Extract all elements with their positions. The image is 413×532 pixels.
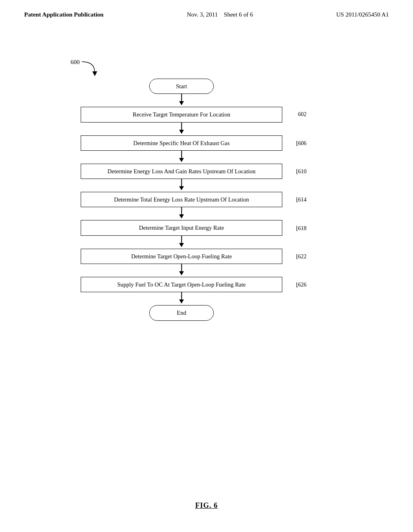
node-622-label: Determine Target Open-Loop Fueling Rate bbox=[131, 252, 232, 260]
ref-610: ⌊610 bbox=[296, 168, 307, 175]
flowchart-main: Start Receive Target Temperature For Loc… bbox=[81, 79, 282, 321]
entry-arrowhead bbox=[92, 71, 97, 76]
ref-614: ⌊614 bbox=[296, 196, 307, 203]
arrow-4-5 bbox=[81, 207, 282, 220]
node-610: Determine Energy Loss And Gain Rates Ups… bbox=[81, 164, 282, 179]
node-626-wrapper: Supply Fuel To OC At Target Open-Loop Fu… bbox=[81, 277, 282, 292]
arrow-2-3 bbox=[81, 151, 282, 164]
node-622-wrapper: Determine Target Open-Loop Fueling Rate … bbox=[81, 249, 282, 264]
node-618: Determine Target Input Energy Rate bbox=[81, 220, 282, 235]
header-publication-label: Patent Application Publication bbox=[24, 11, 104, 18]
node-622: Determine Target Open-Loop Fueling Rate bbox=[81, 249, 282, 264]
figure-label: FIG. 6 bbox=[0, 501, 413, 510]
end-node: End bbox=[149, 305, 214, 320]
node-626: Supply Fuel To OC At Target Open-Loop Fu… bbox=[81, 277, 282, 292]
ref-626: ⌊626 bbox=[296, 281, 307, 288]
node-614-label: Determine Total Energy Loss Rate Upstrea… bbox=[114, 195, 249, 204]
header-date-sheet: Nov. 3, 2011 Sheet 6 of 6 bbox=[187, 11, 253, 18]
arrow-5-6 bbox=[81, 236, 282, 249]
arrow-1-2 bbox=[81, 123, 282, 135]
node-610-label: Determine Energy Loss And Gain Rates Ups… bbox=[108, 167, 256, 175]
header-date: Nov. 3, 2011 bbox=[187, 11, 218, 18]
node-606-wrapper: Determine Specific Heat Of Exhaust Gas ⌊… bbox=[81, 135, 282, 151]
start-node-wrapper: Start bbox=[81, 79, 282, 94]
ref-602: 602 bbox=[298, 111, 307, 118]
end-node-wrapper: End bbox=[81, 305, 282, 320]
node-602-wrapper: Receive Target Temperature For Location … bbox=[81, 107, 282, 122]
arrow-3-4 bbox=[81, 179, 282, 192]
node-606-label: Determine Specific Heat Of Exhaust Gas bbox=[133, 139, 230, 147]
start-label: Start bbox=[176, 82, 187, 90]
arrow-0-1 bbox=[81, 94, 282, 107]
node-606: Determine Specific Heat Of Exhaust Gas bbox=[81, 135, 282, 151]
node-602-label: Receive Target Temperature For Location bbox=[133, 110, 230, 118]
ref-622: ⌊622 bbox=[296, 253, 307, 260]
node-618-label: Determine Target Input Energy Rate bbox=[139, 224, 224, 232]
entry-curve-path bbox=[82, 62, 95, 73]
node-618-wrapper: Determine Target Input Energy Rate ⌊618 bbox=[81, 220, 282, 235]
page-header: Patent Application Publication Nov. 3, 2… bbox=[0, 11, 413, 18]
arrow-7-end bbox=[81, 292, 282, 305]
start-node: Start bbox=[149, 79, 214, 94]
ref-618: ⌊618 bbox=[296, 224, 307, 231]
arrow-6-7 bbox=[81, 264, 282, 277]
header-patent-number: US 2011/0265450 A1 bbox=[336, 11, 389, 18]
end-label: End bbox=[177, 309, 186, 317]
ref-606: ⌊606 bbox=[296, 139, 307, 146]
node-602: Receive Target Temperature For Location bbox=[81, 107, 282, 122]
node-626-label: Supply Fuel To OC At Target Open-Loop Fu… bbox=[117, 281, 246, 289]
node-614-wrapper: Determine Total Energy Loss Rate Upstrea… bbox=[81, 192, 282, 207]
node-614: Determine Total Energy Loss Rate Upstrea… bbox=[81, 192, 282, 207]
diagram-label-text: 600 bbox=[71, 59, 80, 65]
node-610-wrapper: Determine Energy Loss And Gain Rates Ups… bbox=[81, 164, 282, 179]
header-sheet: Sheet 6 of 6 bbox=[224, 11, 253, 18]
